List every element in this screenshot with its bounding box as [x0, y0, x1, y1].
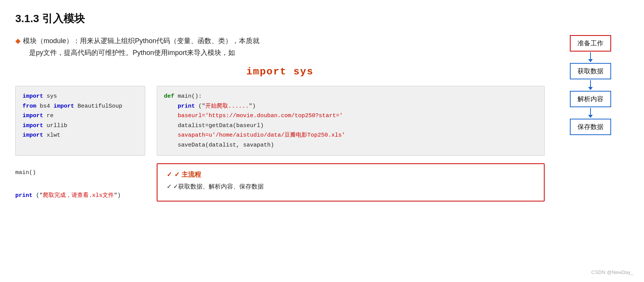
- kw-import3: import: [23, 113, 43, 119]
- left-code-line-1: import sys: [23, 92, 138, 102]
- str-crawl-done: 爬取完成，请查看.xls文件: [43, 192, 114, 199]
- bottom-row: main() print ("爬取完成，请查看.xls文件") ✓✓ 主流程 ✓…: [15, 163, 545, 205]
- arrow-line-2: [590, 80, 591, 87]
- str-baseurl: baseurl='https://movie.douban.com/top250…: [178, 113, 343, 119]
- left-code-line-2: from bs4 import BeautifulSoup: [23, 102, 138, 111]
- page-title: 3.1.3 引入模块: [15, 11, 629, 26]
- right-code-panel: def main(): print ("开始爬取......") baseurl…: [157, 86, 545, 156]
- arrow-line-1: [590, 52, 591, 59]
- description-block: ◆模块（module）：用来从逻辑上组织Python代码（变量、函数、类），本质…: [15, 35, 545, 58]
- kw-print1: print: [178, 103, 195, 110]
- str-start-crawl: 开始爬取......: [205, 103, 249, 110]
- checkmark-icon2: ✓: [167, 183, 172, 190]
- right-code-line-4: datalist=getData(baseurl): [164, 121, 537, 131]
- left-code-line-5: import xlwt: [23, 131, 138, 140]
- bottom-code-line-1: main(): [15, 167, 145, 179]
- main-flow-subtitle: ✓✓获取数据、解析内容、保存数据: [167, 183, 535, 191]
- code-panels-row: import sys from bs4 import BeautifulSoup…: [15, 86, 545, 156]
- left-code-line-3: import re: [23, 111, 138, 121]
- left-code-line-4: import urllib: [23, 121, 138, 131]
- kw-import4: import: [23, 122, 43, 129]
- flow-arrow-2: [588, 80, 593, 90]
- left-code-panel: import sys from bs4 import BeautifulSoup…: [15, 86, 145, 156]
- kw-print2: print: [15, 192, 32, 199]
- kw-from: from: [23, 103, 36, 110]
- flow-box-save: 保存数据: [570, 119, 611, 135]
- kw-import2: import: [54, 103, 74, 110]
- bottom-left-code: main() print ("爬取完成，请查看.xls文件"): [15, 163, 145, 205]
- flow-box-get-data-label: 获取数据: [577, 68, 603, 75]
- right-code-line-2: print ("开始爬取......"): [164, 102, 537, 111]
- arrow-line-3: [590, 108, 591, 115]
- flow-arrow-3: [588, 108, 593, 118]
- str-savapath: savapath=u'/home/aistudio/data/豆瓣电影Top25…: [178, 132, 345, 139]
- main-layout: ◆模块（module）：用来从逻辑上组织Python代码（变量、函数、类），本质…: [15, 35, 629, 205]
- kw-import1: import: [23, 93, 43, 100]
- kw-def: def: [164, 93, 178, 100]
- flow-box-parse: 解析内容: [570, 91, 611, 107]
- right-code-line-5: savapath=u'/home/aistudio/data/豆瓣电影Top25…: [164, 131, 537, 140]
- main-flow-box: ✓✓ 主流程 ✓✓获取数据、解析内容、保存数据: [157, 163, 545, 201]
- flow-box-parse-label: 解析内容: [577, 95, 603, 103]
- desc-text1: 模块（module）：用来从逻辑上组织Python代码（变量、函数、类），本质就: [23, 37, 260, 45]
- main-flow-title-text: ✓ 主流程: [174, 171, 201, 178]
- flow-arrow-1: [588, 52, 593, 62]
- right-code-line-6: saveData(datalist, savapath): [164, 140, 537, 150]
- import-sys-display: import sys: [15, 66, 545, 77]
- flow-box-prepare-label: 准备工作: [577, 40, 603, 47]
- kw-import5: import: [23, 132, 43, 139]
- bottom-code-line-2: print ("爬取完成，请查看.xls文件"): [15, 190, 145, 201]
- watermark: CSDN @NewDay_: [591, 269, 633, 275]
- bottom-code-line-spacer: [15, 179, 145, 190]
- right-code-line-3: baseurl='https://movie.douban.com/top250…: [164, 111, 537, 121]
- main-flow-subtitle-text: ✓获取数据、解析内容、保存数据: [173, 183, 264, 190]
- left-content: ◆模块（module）：用来从逻辑上组织Python代码（变量、函数、类），本质…: [15, 35, 552, 205]
- desc-text2: 是py文件，提高代码的可维护性。Python使用import来导入模块，如: [29, 49, 235, 56]
- arrow-head-1: [588, 59, 593, 62]
- flow-box-save-label: 保存数据: [577, 123, 603, 131]
- right-sidebar: 准备工作 获取数据 解析内容 保存数据: [552, 35, 629, 205]
- right-code-line-1: def main():: [164, 92, 537, 102]
- flow-box-prepare: 准备工作: [570, 35, 611, 52]
- arrow-head-2: [588, 87, 593, 90]
- main-flow-title: ✓✓ 主流程: [167, 170, 535, 179]
- flow-box-get-data: 获取数据: [570, 63, 611, 79]
- arrow-head-3: [588, 115, 593, 118]
- checkmark-icon1: ✓: [167, 171, 172, 178]
- diamond-icon: ◆: [15, 37, 21, 45]
